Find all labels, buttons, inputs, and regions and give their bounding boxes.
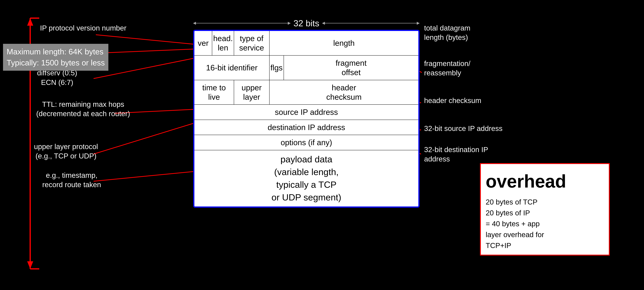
upper-layer-cell: upperlayer <box>234 80 270 105</box>
dest-ip-label: 32-bit destination IPaddress <box>424 145 488 164</box>
fragmentation-text: fragmentation/reassembly <box>424 60 470 77</box>
header-checksum-cell: headerchecksum <box>270 80 418 105</box>
table-row: destination IP address <box>194 120 418 135</box>
ttl-cell: time tolive <box>194 80 234 105</box>
upper-layer-protocol-label: upper layer protocol(e.g., TCP or UDP) <box>34 142 98 161</box>
bits-arrow-right <box>322 23 420 24</box>
table-row: options (if any) <box>194 135 418 150</box>
table-row: time tolive upperlayer headerchecksum <box>194 80 418 105</box>
identifier-cell: 16-bit identifier <box>194 56 270 80</box>
diagram-container: 32 bits ver head.len type ofservice leng… <box>0 0 644 290</box>
max-length-line1: Maximum length: 64K bytes <box>7 47 104 56</box>
ttl-label: TTL: remaining max hops(decremented at e… <box>36 100 130 119</box>
overhead-title: overhead <box>486 168 604 195</box>
dest-ip-text: 32-bit destination IPaddress <box>424 146 488 163</box>
max-length-box: Maximum length: 64K bytes Typically: 150… <box>3 44 108 71</box>
source-ip-cell: source IP address <box>194 105 418 120</box>
table-row: 16-bit identifier flgs fragmentoffset <box>194 56 418 80</box>
overhead-line4: layer overhead for <box>486 231 544 239</box>
fragment-offset-cell: fragmentoffset <box>284 56 418 80</box>
length-cell: length <box>270 31 418 56</box>
table-row: source IP address <box>194 105 418 120</box>
ip-table-inner: ver head.len type ofservice length 16-bi… <box>194 31 418 206</box>
bits-label: 32 bits <box>193 18 420 28</box>
header-checksum-label: header checksum <box>424 96 481 105</box>
fragmentation-label: fragmentation/reassembly <box>424 59 470 78</box>
dest-ip-cell: destination IP address <box>194 120 418 135</box>
bits-arrow-left <box>193 23 290 24</box>
overhead-box: overhead 20 bytes of TCP 20 bytes of IP … <box>480 163 610 255</box>
table-row: ver head.len type ofservice length <box>194 31 418 56</box>
svg-marker-3 <box>27 261 33 269</box>
upper-layer-text: upper layer protocol(e.g., TCP or UDP) <box>34 143 98 160</box>
timestamp-text: e.g., timestamp,record route taken <box>42 171 101 189</box>
flags-cell: flgs <box>270 56 284 80</box>
source-ip-label: 32-bit source IP address <box>424 124 502 133</box>
ttl-text: TTL: remaining max hops(decremented at e… <box>36 100 130 118</box>
total-datagram-label: total datagramlength (bytes) <box>424 24 470 42</box>
overhead-line1: 20 bytes of TCP <box>486 198 538 206</box>
overhead-line2: 20 bytes of IP <box>486 209 530 217</box>
svg-marker-4 <box>27 18 33 26</box>
total-datagram-text: total datagramlength (bytes) <box>424 24 470 41</box>
options-cell: options (if any) <box>194 135 418 150</box>
max-length-line2: Typically: 1500 bytes or less <box>7 58 105 67</box>
bits-text: 32 bits <box>294 18 319 28</box>
ip-table-wrapper: 32 bits ver head.len type ofservice leng… <box>193 18 420 208</box>
ip-header-table: ver head.len type ofservice length 16-bi… <box>193 30 420 208</box>
svg-line-5 <box>96 35 202 45</box>
type-of-service-cell: type ofservice <box>234 31 270 56</box>
overhead-line5: TCP+IP <box>486 241 511 249</box>
head-len-cell: head.len <box>212 31 234 56</box>
table-row: payload data(variable length,typically a… <box>194 150 418 206</box>
timestamp-label: e.g., timestamp,record route taken <box>42 171 101 190</box>
overhead-line3: = 40 bytes + app <box>486 220 540 228</box>
ver-cell: ver <box>194 31 212 56</box>
payload-cell: payload data(variable length,typically a… <box>194 150 418 206</box>
ip-version-label: IP protocol version number <box>40 24 126 33</box>
